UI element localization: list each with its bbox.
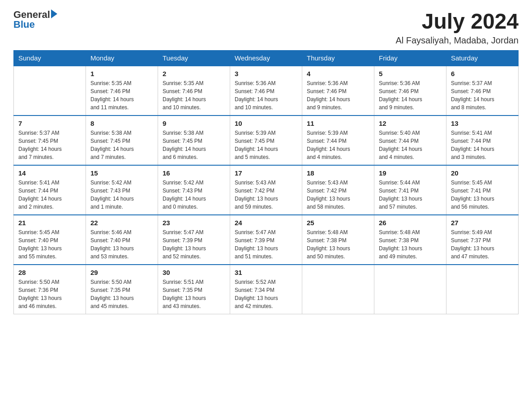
calendar-week-row: 21Sunrise: 5:45 AMSunset: 7:40 PMDayligh… <box>14 215 519 265</box>
calendar-cell: 1Sunrise: 5:35 AMSunset: 7:46 PMDaylight… <box>86 66 158 116</box>
calendar-week-row: 1Sunrise: 5:35 AMSunset: 7:46 PMDaylight… <box>14 66 519 116</box>
day-number: 31 <box>235 269 297 276</box>
day-info: Sunrise: 5:37 AMSunset: 7:45 PMDaylight:… <box>18 129 81 161</box>
day-number: 24 <box>235 219 297 227</box>
day-info: Sunrise: 5:50 AMSunset: 7:36 PMDaylight:… <box>18 278 81 310</box>
calendar-cell: 14Sunrise: 5:41 AMSunset: 7:44 PMDayligh… <box>14 165 86 215</box>
day-number: 2 <box>163 70 225 77</box>
calendar-cell: 12Sunrise: 5:40 AMSunset: 7:44 PMDayligh… <box>374 116 446 165</box>
calendar-header-friday: Friday <box>374 51 446 66</box>
calendar-cell: 21Sunrise: 5:45 AMSunset: 7:40 PMDayligh… <box>14 215 86 265</box>
day-number: 10 <box>235 120 297 127</box>
calendar-cell <box>302 265 374 314</box>
month-title: July 2024 <box>395 9 519 34</box>
day-info: Sunrise: 5:51 AMSunset: 7:35 PMDaylight:… <box>163 278 225 310</box>
calendar-cell: 17Sunrise: 5:43 AMSunset: 7:42 PMDayligh… <box>230 165 302 215</box>
calendar-cell: 28Sunrise: 5:50 AMSunset: 7:36 PMDayligh… <box>14 265 86 314</box>
calendar-cell: 26Sunrise: 5:48 AMSunset: 7:38 PMDayligh… <box>374 215 446 265</box>
day-info: Sunrise: 5:47 AMSunset: 7:39 PMDaylight:… <box>235 228 297 261</box>
calendar-header-tuesday: Tuesday <box>158 51 230 66</box>
calendar-week-row: 28Sunrise: 5:50 AMSunset: 7:36 PMDayligh… <box>14 265 519 314</box>
day-info: Sunrise: 5:38 AMSunset: 7:45 PMDaylight:… <box>163 129 225 161</box>
calendar-cell: 24Sunrise: 5:47 AMSunset: 7:39 PMDayligh… <box>230 215 302 265</box>
day-number: 17 <box>235 169 297 177</box>
calendar-header-wednesday: Wednesday <box>230 51 302 66</box>
calendar-cell: 15Sunrise: 5:42 AMSunset: 7:43 PMDayligh… <box>86 165 158 215</box>
calendar-cell: 31Sunrise: 5:52 AMSunset: 7:34 PMDayligh… <box>230 265 302 314</box>
day-number: 21 <box>18 219 81 227</box>
calendar-cell: 20Sunrise: 5:45 AMSunset: 7:41 PMDayligh… <box>446 165 519 215</box>
day-number: 7 <box>18 120 81 127</box>
calendar-cell: 11Sunrise: 5:39 AMSunset: 7:44 PMDayligh… <box>302 116 374 165</box>
calendar-table: SundayMondayTuesdayWednesdayThursdayFrid… <box>13 50 519 314</box>
day-info: Sunrise: 5:45 AMSunset: 7:41 PMDaylight:… <box>451 179 514 211</box>
calendar-header-monday: Monday <box>86 51 158 66</box>
day-number: 27 <box>451 219 514 227</box>
calendar-cell: 16Sunrise: 5:42 AMSunset: 7:43 PMDayligh… <box>158 165 230 215</box>
calendar-cell: 13Sunrise: 5:41 AMSunset: 7:44 PMDayligh… <box>446 116 519 165</box>
day-number: 23 <box>163 219 225 227</box>
day-number: 4 <box>307 70 369 77</box>
calendar-cell: 29Sunrise: 5:50 AMSunset: 7:35 PMDayligh… <box>86 265 158 314</box>
page-header: General Blue July 2024 Al Faysaliyah, Ma… <box>13 9 519 46</box>
day-info: Sunrise: 5:36 AMSunset: 7:46 PMDaylight:… <box>307 79 369 111</box>
day-info: Sunrise: 5:39 AMSunset: 7:44 PMDaylight:… <box>307 129 369 161</box>
title-section: July 2024 Al Faysaliyah, Madaba, Jordan <box>395 9 519 46</box>
calendar-cell: 27Sunrise: 5:49 AMSunset: 7:37 PMDayligh… <box>446 215 519 265</box>
calendar-cell: 25Sunrise: 5:48 AMSunset: 7:38 PMDayligh… <box>302 215 374 265</box>
day-info: Sunrise: 5:43 AMSunset: 7:42 PMDaylight:… <box>235 179 297 211</box>
calendar-cell: 18Sunrise: 5:43 AMSunset: 7:42 PMDayligh… <box>302 165 374 215</box>
calendar-cell: 2Sunrise: 5:35 AMSunset: 7:46 PMDaylight… <box>158 66 230 116</box>
day-number: 6 <box>451 70 514 77</box>
day-number: 16 <box>163 169 225 177</box>
calendar-cell: 10Sunrise: 5:39 AMSunset: 7:45 PMDayligh… <box>230 116 302 165</box>
day-info: Sunrise: 5:48 AMSunset: 7:38 PMDaylight:… <box>307 228 369 261</box>
day-info: Sunrise: 5:50 AMSunset: 7:35 PMDaylight:… <box>90 278 153 310</box>
day-info: Sunrise: 5:46 AMSunset: 7:40 PMDaylight:… <box>90 228 153 261</box>
calendar-week-row: 7Sunrise: 5:37 AMSunset: 7:45 PMDaylight… <box>14 116 519 165</box>
day-number: 8 <box>90 120 153 127</box>
logo-text-blue: Blue <box>13 19 35 30</box>
day-number: 18 <box>307 169 369 177</box>
day-number: 12 <box>379 120 442 127</box>
calendar-cell: 23Sunrise: 5:47 AMSunset: 7:39 PMDayligh… <box>158 215 230 265</box>
calendar-cell: 4Sunrise: 5:36 AMSunset: 7:46 PMDaylight… <box>302 66 374 116</box>
day-info: Sunrise: 5:37 AMSunset: 7:46 PMDaylight:… <box>451 79 514 111</box>
day-info: Sunrise: 5:36 AMSunset: 7:46 PMDaylight:… <box>379 79 442 111</box>
calendar-header-saturday: Saturday <box>446 51 519 66</box>
day-number: 29 <box>90 269 153 276</box>
calendar-week-row: 14Sunrise: 5:41 AMSunset: 7:44 PMDayligh… <box>14 165 519 215</box>
day-info: Sunrise: 5:35 AMSunset: 7:46 PMDaylight:… <box>90 79 153 111</box>
day-number: 14 <box>18 169 81 177</box>
day-number: 20 <box>451 169 514 177</box>
logo-arrow-icon <box>51 9 57 18</box>
day-info: Sunrise: 5:41 AMSunset: 7:44 PMDaylight:… <box>451 129 514 161</box>
day-info: Sunrise: 5:49 AMSunset: 7:37 PMDaylight:… <box>451 228 514 261</box>
calendar-cell: 5Sunrise: 5:36 AMSunset: 7:46 PMDaylight… <box>374 66 446 116</box>
calendar-cell: 9Sunrise: 5:38 AMSunset: 7:45 PMDaylight… <box>158 116 230 165</box>
day-info: Sunrise: 5:44 AMSunset: 7:41 PMDaylight:… <box>379 179 442 211</box>
day-info: Sunrise: 5:47 AMSunset: 7:39 PMDaylight:… <box>163 228 225 261</box>
day-number: 5 <box>379 70 442 77</box>
calendar-cell <box>374 265 446 314</box>
day-info: Sunrise: 5:52 AMSunset: 7:34 PMDaylight:… <box>235 278 297 310</box>
calendar-header-sunday: Sunday <box>14 51 86 66</box>
day-number: 22 <box>90 219 153 227</box>
calendar-cell <box>14 66 86 116</box>
day-info: Sunrise: 5:48 AMSunset: 7:38 PMDaylight:… <box>379 228 442 261</box>
day-number: 30 <box>163 269 225 276</box>
day-info: Sunrise: 5:42 AMSunset: 7:43 PMDaylight:… <box>163 179 225 211</box>
day-info: Sunrise: 5:41 AMSunset: 7:44 PMDaylight:… <box>18 179 81 211</box>
day-info: Sunrise: 5:39 AMSunset: 7:45 PMDaylight:… <box>235 129 297 161</box>
day-number: 26 <box>379 219 442 227</box>
day-number: 15 <box>90 169 153 177</box>
day-info: Sunrise: 5:35 AMSunset: 7:46 PMDaylight:… <box>163 79 225 111</box>
calendar-cell: 22Sunrise: 5:46 AMSunset: 7:40 PMDayligh… <box>86 215 158 265</box>
calendar-cell: 19Sunrise: 5:44 AMSunset: 7:41 PMDayligh… <box>374 165 446 215</box>
day-number: 1 <box>90 70 153 77</box>
day-info: Sunrise: 5:40 AMSunset: 7:44 PMDaylight:… <box>379 129 442 161</box>
day-number: 9 <box>163 120 225 127</box>
calendar-cell: 7Sunrise: 5:37 AMSunset: 7:45 PMDaylight… <box>14 116 86 165</box>
calendar-cell: 6Sunrise: 5:37 AMSunset: 7:46 PMDaylight… <box>446 66 519 116</box>
calendar-cell: 8Sunrise: 5:38 AMSunset: 7:45 PMDaylight… <box>86 116 158 165</box>
